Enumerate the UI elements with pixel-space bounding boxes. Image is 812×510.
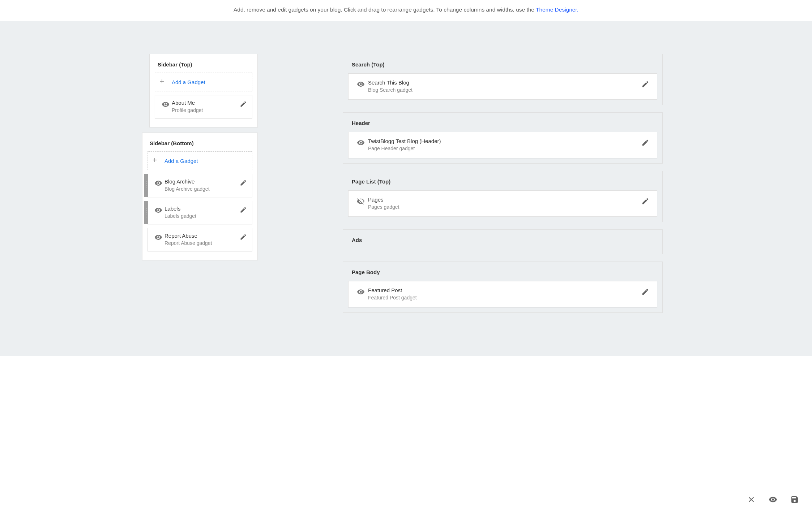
eye-icon	[357, 139, 365, 148]
gadget-card[interactable]: Blog Archive Blog Archive gadget	[148, 174, 252, 197]
edit-button[interactable]	[640, 138, 650, 148]
visibility-icon-wrap	[354, 138, 368, 148]
pencil-icon	[240, 179, 247, 188]
gadget-body: About Me Profile gadget	[172, 100, 238, 113]
section-ads: Ads	[343, 229, 663, 254]
plus-icon	[151, 157, 158, 165]
section-title: Ads	[343, 230, 662, 249]
banner-text: Add, remove and edit gadgets on your blo…	[234, 7, 536, 13]
gadget-title: Labels	[164, 206, 238, 212]
section-title: Page Body	[343, 262, 662, 281]
gadget-subtitle: Report Abuse gadget	[164, 240, 238, 246]
gadget-card[interactable]: Report Abuse Report Abuse gadget	[148, 228, 252, 251]
visibility-icon-wrap	[152, 206, 164, 216]
gadget-title: TwistBlogg Test Blog (Header)	[368, 138, 640, 144]
left-column: Sidebar (Top) Add a Gadget About Me Prof…	[149, 54, 258, 265]
gadget-card[interactable]: About Me Profile gadget	[155, 95, 252, 118]
pencil-icon	[240, 206, 247, 215]
pencil-icon	[641, 139, 649, 148]
gadget-title: About Me	[172, 100, 238, 106]
section-header: Header TwistBlogg Test Blog (Header) Pag…	[343, 112, 663, 164]
right-column: Search (Top) Search This Blog Blog Searc…	[343, 54, 663, 320]
theme-designer-link[interactable]: Theme Designer.	[536, 7, 578, 13]
section-title: Header	[343, 113, 662, 132]
gadget-subtitle: Pages gadget	[368, 204, 640, 210]
plus-icon	[159, 78, 165, 86]
gadget-body: Blog Archive Blog Archive gadget	[164, 178, 238, 192]
edit-button[interactable]	[640, 287, 650, 297]
pencil-icon	[240, 100, 247, 109]
gadget-title: Search This Blog	[368, 79, 640, 86]
gadget-subtitle: Page Header gadget	[368, 146, 640, 151]
visibility-icon-wrap	[152, 178, 164, 189]
section-title: Search (Top)	[343, 54, 662, 73]
gadget-card[interactable]: Pages Pages gadget	[348, 190, 657, 217]
pencil-icon	[240, 233, 247, 242]
edit-button[interactable]	[640, 79, 650, 90]
gadget-card[interactable]: TwistBlogg Test Blog (Header) Page Heade…	[348, 132, 657, 158]
edit-button[interactable]	[640, 196, 650, 207]
gadget-card[interactable]: Labels Labels gadget	[148, 201, 252, 224]
gadget-body: Labels Labels gadget	[164, 206, 238, 219]
section-title: Page List (Top)	[343, 171, 662, 190]
section-title: Sidebar (Bottom)	[142, 133, 257, 151]
drag-handle[interactable]	[144, 201, 148, 224]
gadget-subtitle: Featured Post gadget	[368, 295, 640, 301]
edit-button[interactable]	[238, 233, 248, 242]
visibility-icon-wrap	[159, 100, 172, 110]
drag-handle[interactable]	[144, 174, 148, 197]
pencil-icon	[641, 197, 649, 207]
gadget-title: Blog Archive	[164, 178, 238, 185]
gadget-title: Featured Post	[368, 287, 640, 293]
add-gadget-label: Add a Gadget	[172, 79, 205, 85]
eye-icon	[357, 288, 365, 297]
eye-icon	[357, 80, 365, 90]
gadget-title: Pages	[368, 196, 640, 203]
eye-icon	[154, 206, 162, 216]
gadget-title: Report Abuse	[164, 233, 238, 239]
gadget-card[interactable]: Featured Post Featured Post gadget	[348, 281, 657, 307]
add-gadget-button[interactable]: Add a Gadget	[155, 73, 252, 91]
section-sidebar-bottom: Sidebar (Bottom) Add a Gadget Blog Archi…	[142, 133, 258, 260]
gadget-subtitle: Labels gadget	[164, 213, 238, 219]
section-search-top: Search (Top) Search This Blog Blog Searc…	[343, 54, 663, 105]
add-gadget-label: Add a Gadget	[164, 158, 198, 164]
gadget-card[interactable]: Search This Blog Blog Search gadget	[348, 73, 657, 100]
section-page-list-top: Page List (Top) Pages Pages gadget	[343, 171, 663, 222]
edit-button[interactable]	[238, 100, 248, 109]
gadget-subtitle: Profile gadget	[172, 107, 238, 113]
visibility-icon-wrap	[152, 233, 164, 243]
gadget-body: TwistBlogg Test Blog (Header) Page Heade…	[368, 138, 640, 151]
eye-icon	[154, 233, 162, 243]
gadget-body: Featured Post Featured Post gadget	[368, 287, 640, 301]
pencil-icon	[641, 80, 649, 90]
gadget-subtitle: Blog Search gadget	[368, 87, 640, 93]
section-sidebar-top: Sidebar (Top) Add a Gadget About Me Prof…	[149, 54, 258, 128]
instructions-banner: Add, remove and edit gadgets on your blo…	[0, 0, 812, 21]
gadget-body: Pages Pages gadget	[368, 196, 640, 210]
section-page-body: Page Body Featured Post Featured Post ga…	[343, 262, 663, 313]
edit-button[interactable]	[238, 178, 248, 188]
visibility-icon-wrap	[354, 196, 368, 207]
eye-off-icon	[357, 197, 365, 207]
pencil-icon	[641, 288, 649, 297]
gadget-body: Report Abuse Report Abuse gadget	[164, 233, 238, 246]
eye-icon	[154, 179, 162, 189]
visibility-icon-wrap	[354, 287, 368, 297]
gadget-body: Search This Blog Blog Search gadget	[368, 79, 640, 93]
visibility-icon-wrap	[354, 79, 368, 90]
eye-icon	[162, 100, 170, 110]
gadget-subtitle: Blog Archive gadget	[164, 186, 238, 192]
layout-canvas: Sidebar (Top) Add a Gadget About Me Prof…	[0, 21, 812, 356]
section-title: Sidebar (Top)	[150, 54, 257, 73]
add-gadget-button[interactable]: Add a Gadget	[148, 151, 252, 170]
edit-button[interactable]	[238, 206, 248, 215]
